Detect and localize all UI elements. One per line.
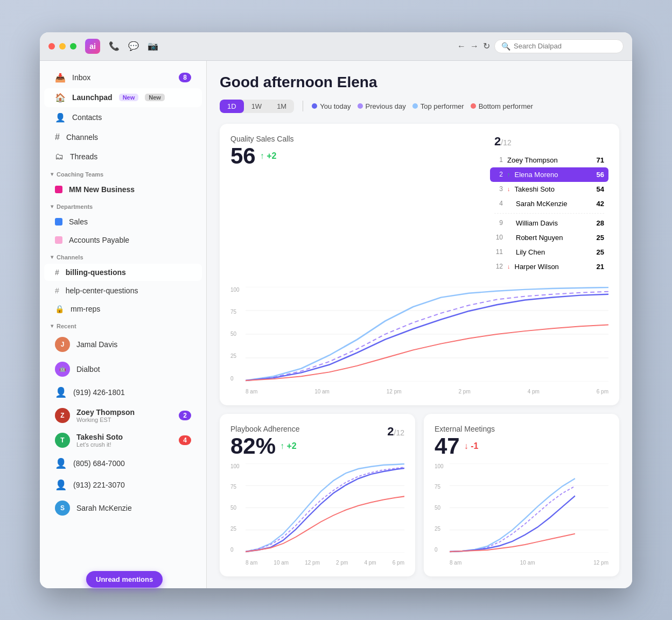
departments-section[interactable]: ▾ Departments xyxy=(40,199,206,212)
inbox-icon: 📥 xyxy=(55,73,66,83)
legend-label-bottom: Bottom performer xyxy=(479,102,533,110)
sidebar-item-dialbot[interactable]: 🤖 Dialbot xyxy=(44,357,202,381)
sidebar-item-help[interactable]: # help-center-questions xyxy=(44,282,202,299)
search-input[interactable] xyxy=(514,42,617,50)
takeshi-sub: Let's crush it! xyxy=(76,441,123,448)
playbook-value: 82% xyxy=(230,433,276,459)
video-icon[interactable]: 📷 xyxy=(148,41,158,51)
sidebar-item-phone2[interactable]: 👤 (805) 684-7000 xyxy=(44,453,202,474)
nav-controls: ← → ↻ 🔍 xyxy=(457,39,624,53)
recent-section-label: Recent xyxy=(57,323,76,329)
sidebar-item-billing[interactable]: # billing-questions xyxy=(44,264,202,281)
up-arrow-icon: ↑ xyxy=(507,171,510,178)
external-metric: 47 ↓ -1 xyxy=(435,433,495,459)
close-btn[interactable] xyxy=(48,43,55,50)
sidebar-item-takeshi[interactable]: T Takeshi Soto Let's crush it! 4 xyxy=(44,428,202,452)
down-arrow-icon1: ↓ xyxy=(507,186,510,192)
coaching-section[interactable]: ▾ Coaching Teams xyxy=(40,167,206,180)
coaching-section-label: Coaching Teams xyxy=(57,171,103,178)
sidebar-item-phone3[interactable]: 👤 (913) 221-3070 xyxy=(44,475,202,495)
sidebar-item-threads[interactable]: 🗂 Threads xyxy=(44,147,202,166)
chevron-down-icon: ▾ xyxy=(51,171,53,177)
sidebar-item-jamal[interactable]: J Jamal Davis xyxy=(44,333,202,356)
lock-icon: 🔒 xyxy=(55,305,64,313)
launchpad-tag1: New xyxy=(119,94,139,101)
chevron-down-icon2: ▾ xyxy=(51,203,53,209)
phone-contact-icon3: 👤 xyxy=(55,479,67,491)
sidebar-item-team1[interactable]: MM New Business xyxy=(44,181,202,198)
team1-label: MM New Business xyxy=(69,185,135,194)
chevron-down-icon4: ▾ xyxy=(51,323,53,329)
takeshi-info: Takeshi Soto Let's crush it! xyxy=(76,433,123,448)
sidebar-item-sales[interactable]: Sales xyxy=(44,213,202,230)
team1-icon xyxy=(55,186,62,193)
maximize-btn[interactable] xyxy=(70,43,76,50)
toolbar-icons: 📞 💬 📷 xyxy=(109,41,158,51)
sidebar-item-mmreps[interactable]: 🔒 mm-reps xyxy=(44,300,202,318)
lb-row-4: 4 Sarah McKenzie 42 xyxy=(490,196,608,211)
time-tabs: 1D 1W 1M xyxy=(220,100,294,113)
playbook-delta: ↑ +2 xyxy=(280,441,297,451)
sidebar-item-contacts[interactable]: 👤 Contacts xyxy=(44,108,202,127)
sidebar-item-inbox[interactable]: 📥 Inbox 8 xyxy=(44,68,202,87)
external-meetings-card: External Meetings 47 ↓ -1 100 75 50 xyxy=(424,414,619,576)
external-delta: ↓ -1 xyxy=(464,441,479,451)
down-arrow-icon2: ↓ xyxy=(507,263,510,270)
legend-label-you: You today xyxy=(320,102,351,110)
sidebar-item-zoey[interactable]: Z Zoey Thompson Working EST 2 xyxy=(44,404,202,427)
quality-rank: 2 xyxy=(494,135,501,148)
avatar-sarah: S xyxy=(55,501,70,516)
sidebar-item-accounts-payable[interactable]: Accounts Payable xyxy=(44,231,202,249)
channel-mmreps-label: mm-reps xyxy=(71,305,100,313)
tab-1d[interactable]: 1D xyxy=(220,100,244,113)
back-btn[interactable]: ← xyxy=(457,41,466,51)
channels-sub-label: Channels xyxy=(57,254,83,260)
sidebar-item-launchpad[interactable]: 🏠 Launchpad New New xyxy=(44,88,202,107)
phone-icon[interactable]: 📞 xyxy=(109,41,120,51)
app-icon: ai xyxy=(85,39,100,54)
sidebar-item-phone1[interactable]: 👤 (919) 426-1801 xyxy=(44,382,202,403)
lb-row-11: 11 Lily Chen 25 xyxy=(490,245,608,259)
quality-card-title: Quality Sales Calls xyxy=(230,135,294,143)
lb-row-1: 1 Zoey Thompson 71 xyxy=(490,153,608,167)
hash-icon2: # xyxy=(55,286,59,295)
sidebar-item-sarah[interactable]: S Sarah McKenzie xyxy=(44,496,202,520)
sidebar-item-channels[interactable]: # Channels xyxy=(44,128,202,146)
filter-bar: 1D 1W 1M You today Previous day Top perf… xyxy=(220,100,619,113)
hash-icon1: # xyxy=(55,268,59,277)
accounts-payable-label: Accounts Payable xyxy=(69,236,129,244)
minimize-btn[interactable] xyxy=(59,43,66,50)
tab-1w[interactable]: 1W xyxy=(244,100,270,113)
phone1-label: (919) 426-1801 xyxy=(73,388,125,397)
quality-sales-card: Quality Sales Calls 56 ↑ +2 2/12 1 xyxy=(220,124,619,405)
playbook-rank: 2 xyxy=(387,425,394,438)
title-bar: ai 📞 💬 📷 ← → ↻ 🔍 xyxy=(40,32,632,61)
legend-label-top: Top performer xyxy=(421,102,464,110)
avatar-jamal: J xyxy=(55,337,70,352)
bottom-cards-grid: Playbook Adherence 82% ↑ +2 2/12 100 xyxy=(220,414,619,576)
filter-divider xyxy=(303,101,303,111)
refresh-btn[interactable]: ↻ xyxy=(483,41,490,51)
playbook-rank-display: 2/12 xyxy=(387,425,404,459)
lb-row-12: 12 ↓ Harper Wilson 21 xyxy=(490,259,608,274)
takeshi-badge: 4 xyxy=(179,435,191,445)
legend-bottom: Bottom performer xyxy=(471,102,533,110)
contacts-icon: 👤 xyxy=(55,112,66,123)
sarah-label: Sarah McKenzie xyxy=(76,504,132,512)
legend-dot-top xyxy=(412,103,418,109)
quality-chart-svg xyxy=(246,287,608,382)
unread-mentions-btn[interactable]: Unread mentions xyxy=(86,571,163,588)
jamal-label: Jamal Davis xyxy=(76,340,117,349)
launchpad-icon: 🏠 xyxy=(55,93,66,103)
channels-sub-section[interactable]: ▾ Channels xyxy=(40,250,206,263)
threads-icon: 🗂 xyxy=(55,152,64,161)
zoey-badge: 2 xyxy=(179,411,191,420)
departments-section-label: Departments xyxy=(57,203,93,210)
page-title: Good afternoon Elena xyxy=(220,74,619,91)
launchpad-label: Launchpad xyxy=(72,93,113,102)
tab-1m[interactable]: 1M xyxy=(269,100,294,113)
chat-icon[interactable]: 💬 xyxy=(128,41,139,51)
forward-btn[interactable]: → xyxy=(470,41,479,51)
search-bar[interactable]: 🔍 xyxy=(494,39,624,53)
lb-row-3: 3 ↓ Takeshi Soto 54 xyxy=(490,182,608,196)
